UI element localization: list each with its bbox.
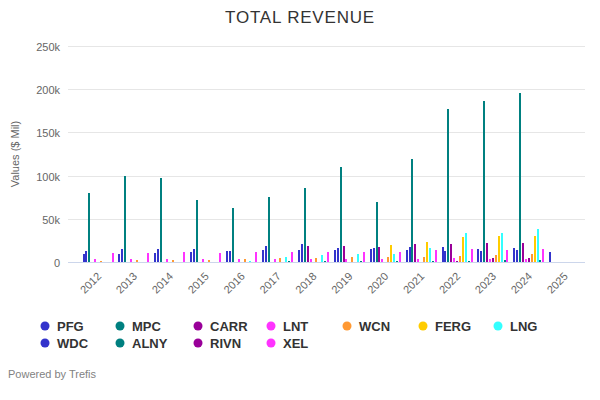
bar-LNG-2017[interactable]	[285, 257, 287, 262]
bar-PFG-2019[interactable]	[334, 250, 336, 262]
bar-CARR-2018[interactable]	[307, 246, 309, 262]
bar-LNG-2023[interactable]	[501, 233, 503, 262]
bar-XEL-2013[interactable]	[147, 253, 149, 262]
bar-WCN-2020[interactable]	[387, 257, 389, 262]
bar-RIVN-2022[interactable]	[456, 261, 458, 262]
bar-WCN-2019[interactable]	[351, 257, 353, 262]
bar-XEL-2024[interactable]	[542, 249, 544, 262]
bar-RIVN-2024[interactable]	[528, 258, 530, 262]
bar-PFG-2025[interactable]	[549, 252, 551, 262]
bar-LNG-2022[interactable]	[465, 233, 467, 262]
bar-FERG-2023[interactable]	[498, 236, 500, 262]
bar-LNG-2024[interactable]	[537, 229, 539, 262]
bar-LNT-2024[interactable]	[525, 259, 527, 262]
bar-WCN-2016[interactable]	[244, 259, 246, 262]
bar-RIVN-2023[interactable]	[492, 258, 494, 262]
legend-label-LNT[interactable]: LNT	[283, 319, 308, 334]
bar-WCN-2017[interactable]	[279, 258, 281, 262]
bar-PFG-2020[interactable]	[370, 249, 372, 262]
bar-MPC-2016[interactable]	[232, 208, 234, 262]
bar-CARR-2023[interactable]	[486, 243, 488, 262]
bar-LNT-2015[interactable]	[202, 259, 204, 262]
bar-WDC-2022[interactable]	[444, 251, 446, 262]
legend-label-RIVN[interactable]: RIVN	[210, 336, 241, 351]
bar-WDC-2023[interactable]	[480, 251, 482, 262]
legend-dot-ALNY[interactable]	[116, 339, 125, 348]
bar-MPC-2014[interactable]	[160, 178, 162, 262]
bar-WCN-2012[interactable]	[100, 261, 102, 262]
bar-WDC-2014[interactable]	[157, 249, 159, 262]
bar-PFG-2023[interactable]	[477, 249, 479, 262]
bar-PFG-2014[interactable]	[154, 253, 156, 262]
bar-WCN-2021[interactable]	[423, 257, 425, 262]
bar-PFG-2021[interactable]	[406, 250, 408, 262]
bar-WDC-2013[interactable]	[121, 249, 123, 262]
bar-LNG-2021[interactable]	[429, 248, 431, 262]
bar-CARR-2024[interactable]	[522, 243, 524, 262]
bar-LNG-2020[interactable]	[393, 254, 395, 262]
bar-LNT-2013[interactable]	[130, 259, 132, 262]
bar-ALNY-2024[interactable]	[539, 260, 541, 262]
legend-label-MPC[interactable]: MPC	[132, 319, 162, 334]
bar-ALNY-2021[interactable]	[432, 261, 434, 262]
bar-LNT-2016[interactable]	[238, 259, 240, 262]
bar-XEL-2022[interactable]	[471, 249, 473, 262]
bar-CARR-2022[interactable]	[450, 244, 452, 262]
legend-dot-LNT[interactable]	[267, 322, 276, 331]
bar-PFG-2024[interactable]	[513, 248, 515, 262]
bar-MPC-2013[interactable]	[124, 176, 126, 262]
bar-WDC-2024[interactable]	[516, 250, 518, 262]
bar-ALNY-2022[interactable]	[468, 261, 470, 262]
bar-WDC-2015[interactable]	[193, 249, 195, 262]
bar-FERG-2024[interactable]	[534, 236, 536, 262]
legend-dot-MPC[interactable]	[116, 322, 125, 331]
bar-WCN-2014[interactable]	[172, 260, 174, 262]
bar-MPC-2021[interactable]	[411, 159, 413, 262]
bar-LNT-2012[interactable]	[94, 259, 96, 262]
bar-FERG-2021[interactable]	[426, 242, 428, 262]
legend-dot-WCN[interactable]	[343, 322, 352, 331]
bar-MPC-2022[interactable]	[447, 109, 449, 262]
bar-LNT-2018[interactable]	[310, 259, 312, 262]
bar-MPC-2018[interactable]	[304, 188, 306, 262]
bar-PFG-2017[interactable]	[262, 250, 264, 262]
bar-WCN-2015[interactable]	[208, 260, 210, 262]
legend-dot-RIVN[interactable]	[194, 339, 203, 348]
bar-WCN-2022[interactable]	[459, 256, 461, 262]
bar-WDC-2019[interactable]	[337, 248, 339, 262]
bar-WDC-2017[interactable]	[265, 246, 267, 263]
bar-PFG-2016[interactable]	[226, 251, 228, 262]
legend-label-LNG[interactable]: LNG	[510, 319, 537, 334]
bar-XEL-2017[interactable]	[291, 252, 293, 262]
bar-WDC-2018[interactable]	[301, 244, 303, 262]
bar-ALNY-2023[interactable]	[504, 260, 506, 262]
bar-WDC-2021[interactable]	[409, 247, 411, 262]
bar-LNT-2021[interactable]	[417, 259, 419, 262]
bar-XEL-2021[interactable]	[435, 250, 437, 262]
bar-MPC-2024[interactable]	[519, 93, 521, 262]
bar-FERG-2022[interactable]	[462, 237, 464, 262]
bar-ALNY-2017[interactable]	[288, 261, 290, 262]
bar-ALNY-2019[interactable]	[360, 261, 362, 262]
bar-XEL-2019[interactable]	[363, 252, 365, 262]
bar-CARR-2019[interactable]	[343, 246, 345, 262]
legend-dot-LNG[interactable]	[494, 322, 503, 331]
bar-WDC-2020[interactable]	[373, 248, 375, 262]
bar-XEL-2015[interactable]	[219, 253, 221, 263]
legend-label-PFG[interactable]: PFG	[57, 319, 84, 334]
legend-dot-XEL[interactable]	[267, 339, 276, 348]
bar-PFG-2012[interactable]	[83, 254, 85, 262]
bar-WDC-2016[interactable]	[229, 251, 231, 262]
legend-dot-PFG[interactable]	[41, 322, 50, 331]
bar-PFG-2015[interactable]	[190, 252, 192, 262]
bar-XEL-2014[interactable]	[183, 252, 185, 262]
bar-LNT-2017[interactable]	[274, 259, 276, 262]
bar-XEL-2018[interactable]	[327, 252, 329, 262]
bar-XEL-2023[interactable]	[506, 250, 508, 262]
bar-WCN-2013[interactable]	[136, 260, 138, 262]
bar-ALNY-2020[interactable]	[396, 261, 398, 262]
legend-dot-FERG[interactable]	[419, 322, 428, 331]
bar-FERG-2020[interactable]	[390, 245, 392, 262]
legend-label-FERG[interactable]: FERG	[435, 319, 471, 334]
bar-CARR-2020[interactable]	[378, 247, 380, 262]
